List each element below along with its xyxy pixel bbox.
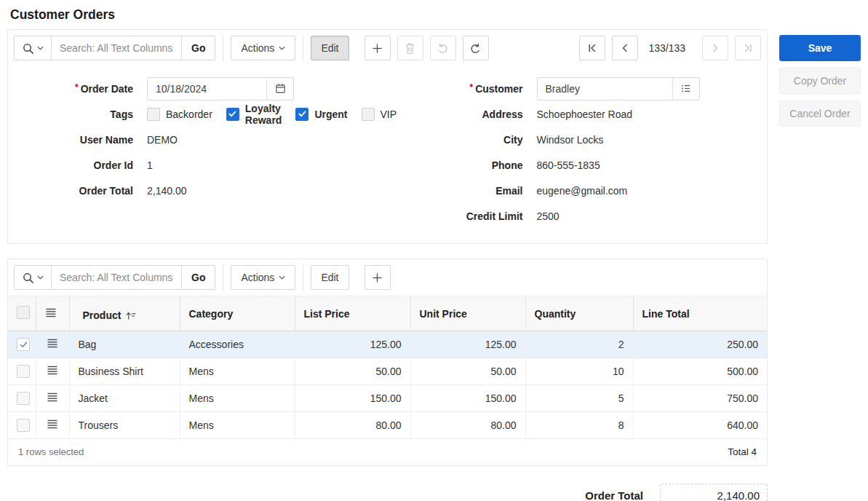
order-add-button[interactable] xyxy=(365,36,391,60)
row-checkbox-unchecked[interactable] xyxy=(17,392,30,405)
side-actions: Save Copy Order Cancel Order xyxy=(779,35,861,127)
order-search-input[interactable] xyxy=(52,36,181,60)
cell-category: Mens xyxy=(180,412,295,439)
sort-ascending-icon xyxy=(125,311,136,320)
user-name-label: User Name xyxy=(12,134,147,146)
order-form-right: *Customer Address Schoephoeste xyxy=(388,76,763,229)
order-delete-button[interactable] xyxy=(397,36,423,60)
first-page-button[interactable] xyxy=(579,36,605,60)
column-header-product[interactable]: Product xyxy=(69,296,180,331)
row-checkbox-unchecked[interactable] xyxy=(17,419,30,432)
city-value: Windsor Locks xyxy=(537,134,604,146)
order-date-input[interactable] xyxy=(148,78,266,100)
cell-category: Accessories xyxy=(180,331,295,358)
column-header-category[interactable]: Category xyxy=(180,296,295,331)
order-region: Go Actions Edit xyxy=(7,29,768,244)
checkbox-unchecked-icon[interactable] xyxy=(362,108,375,121)
cancel-order-button[interactable]: Cancel Order xyxy=(779,100,861,127)
table-row[interactable]: Jacket Mens 150.00 150.00 5 750.00 xyxy=(8,385,767,412)
column-header-line-total[interactable]: Line Total xyxy=(633,296,767,331)
cell-list-price: 80.00 xyxy=(295,412,410,439)
tag-checkbox-backorder[interactable]: Backorder xyxy=(147,108,212,121)
credit-limit-label: Credit Limit xyxy=(388,210,537,222)
cell-quantity: 10 xyxy=(525,358,633,385)
table-header-row: Product Category List Price Unit Price Q… xyxy=(8,296,767,331)
row-menu-icon[interactable] xyxy=(47,392,58,402)
customer-label: *Customer xyxy=(388,83,537,95)
toolbar-separator xyxy=(223,35,223,61)
rows-selected-status: 1 rows selected xyxy=(18,446,84,457)
undo-icon xyxy=(437,42,449,55)
copy-order-button[interactable]: Copy Order xyxy=(779,68,861,94)
search-column-selector[interactable] xyxy=(15,266,52,289)
last-page-button[interactable] xyxy=(735,36,761,60)
items-add-row-button[interactable] xyxy=(365,265,391,290)
row-menu-icon[interactable] xyxy=(47,366,58,375)
row-checkbox-unchecked[interactable] xyxy=(17,365,30,378)
tag-label: Loyalty Reward xyxy=(245,103,282,126)
table-row[interactable]: Business Shirt Mens 50.00 50.00 10 500.0… xyxy=(8,358,767,385)
items-search-input[interactable] xyxy=(52,266,181,289)
order-search-go-button[interactable]: Go xyxy=(181,36,215,60)
order-total-value: 2,140.00 xyxy=(147,185,187,197)
toolbar-separator xyxy=(303,264,303,291)
order-search-group: Go xyxy=(14,36,215,60)
previous-page-button[interactable] xyxy=(612,36,638,60)
row-menu-icon[interactable] xyxy=(47,339,58,348)
date-picker-button[interactable] xyxy=(266,78,293,100)
order-actions-button[interactable]: Actions xyxy=(231,36,295,60)
tag-checkbox-loyalty-reward[interactable]: Loyalty Reward xyxy=(226,103,282,126)
cell-product: Bag xyxy=(69,331,180,358)
table-row[interactable]: Bag Accessories 125.00 125.00 2 250.00 xyxy=(8,331,767,358)
cell-line-total: 640.00 xyxy=(633,412,767,439)
checkbox-checked-icon[interactable] xyxy=(295,108,308,121)
row-menu-header xyxy=(36,296,69,331)
main-column: Go Actions Edit xyxy=(7,29,768,501)
items-toolbar: Go Actions Edit xyxy=(8,259,767,296)
order-total-field: Order Total 2,140.00 xyxy=(12,178,388,203)
pagination-count: 133/133 xyxy=(648,42,685,54)
row-checkbox-checked[interactable] xyxy=(17,338,30,351)
row-menu-icon[interactable] xyxy=(47,419,58,429)
first-page-icon xyxy=(587,43,597,53)
customer-input[interactable] xyxy=(538,78,672,100)
items-edit-button[interactable]: Edit xyxy=(311,265,349,290)
refresh-button[interactable] xyxy=(463,36,489,60)
customer-picker-button[interactable] xyxy=(672,78,699,100)
chevron-down-icon xyxy=(37,275,44,280)
checkbox-unchecked-icon[interactable] xyxy=(147,108,160,121)
city-field: City Windsor Locks xyxy=(388,127,763,152)
items-actions-button[interactable]: Actions xyxy=(231,265,295,290)
cell-quantity: 2 xyxy=(525,331,633,358)
items-search-go-button[interactable]: Go xyxy=(181,266,215,289)
phone-field: Phone 860-555-1835 xyxy=(388,152,763,178)
checkbox-checked-icon[interactable] xyxy=(226,108,239,121)
tag-checkbox-urgent[interactable]: Urgent xyxy=(295,108,347,121)
cell-product: Business Shirt xyxy=(69,358,180,385)
actions-button-label: Actions xyxy=(241,272,274,283)
chevron-down-icon xyxy=(279,46,285,50)
tags-label: Tags xyxy=(12,109,147,120)
plus-icon xyxy=(372,43,383,54)
address-label: Address xyxy=(388,109,537,120)
save-button[interactable]: Save xyxy=(779,35,861,61)
undo-button[interactable] xyxy=(430,36,456,60)
order-date-field: *Order Date xyxy=(12,76,388,101)
table-row[interactable]: Trousers Mens 80.00 80.00 8 640.00 xyxy=(8,412,767,439)
column-header-quantity[interactable]: Quantity xyxy=(525,296,633,331)
cell-quantity: 8 xyxy=(525,412,633,439)
column-header-list-price[interactable]: List Price xyxy=(295,296,410,331)
email-field: Email eugene@gmail.com xyxy=(388,178,763,203)
column-header-unit-price[interactable]: Unit Price xyxy=(410,296,525,331)
order-toolbar: Go Actions Edit xyxy=(8,30,767,66)
cell-product: Trousers xyxy=(69,412,180,439)
trash-icon xyxy=(405,42,415,55)
items-search-group: Go xyxy=(14,265,215,290)
order-total-label: Order Total xyxy=(12,185,147,197)
select-all-checkbox[interactable] xyxy=(17,306,30,319)
order-edit-button[interactable]: Edit xyxy=(311,36,349,60)
column-label: Product xyxy=(83,309,122,321)
next-page-button[interactable] xyxy=(702,36,728,60)
search-column-selector[interactable] xyxy=(15,36,52,60)
credit-limit-value: 2500 xyxy=(537,210,560,222)
